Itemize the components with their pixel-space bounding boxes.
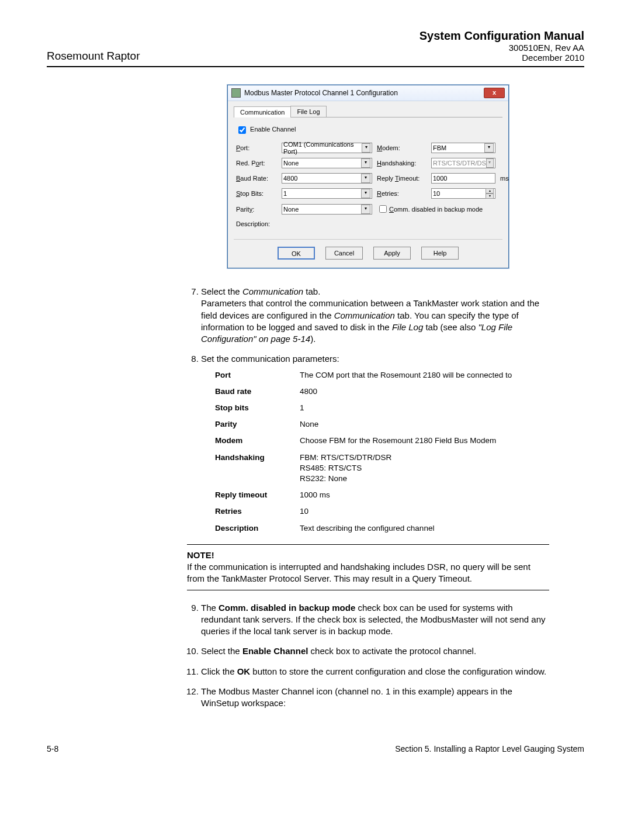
dropdown-icon: ▾ (484, 143, 494, 153)
product-name: Rosemount Raptor (47, 50, 140, 63)
param-row: ModemChoose FBM for the Rosemount 2180 F… (215, 435, 549, 446)
help-button[interactable]: Help (421, 247, 459, 260)
redport-select[interactable]: None▾ (282, 158, 372, 168)
retries-label: Retries: (377, 190, 427, 197)
ms-label: ms (500, 175, 512, 182)
param-row: Retries10 (215, 506, 549, 517)
close-button[interactable]: x (484, 88, 505, 98)
dropdown-icon: ▾ (361, 158, 370, 168)
retries-spinner[interactable]: 10▴▾ (431, 188, 495, 199)
comm-disabled-label: Comm. disabled in backup mode (389, 206, 483, 213)
enable-channel-checkbox[interactable] (238, 126, 246, 134)
spinner-arrows-icon: ▴▾ (486, 188, 494, 199)
param-row: PortThe COM port that the Rosemount 2180… (215, 370, 549, 381)
note-block: NOTE! If the communication is interrupte… (187, 544, 549, 590)
dialog-button-row: OK Cancel Apply Help (234, 239, 502, 262)
param-key: Baud rate (215, 386, 300, 397)
note-heading: NOTE! (187, 549, 549, 561)
param-value: 1 (300, 403, 549, 413)
parity-select[interactable]: None▾ (282, 204, 372, 215)
dialog-tabs: Communication File Log (234, 106, 502, 117)
port-label: Port: (236, 144, 277, 151)
dropdown-icon: ▾ (361, 205, 370, 214)
apply-button[interactable]: Apply (373, 247, 411, 260)
param-key: Handshaking (215, 452, 300, 485)
baud-select[interactable]: 4800▾ (282, 173, 372, 184)
param-value: None (300, 419, 549, 430)
step-list-2: The Comm. disabled in backup mode check … (187, 602, 549, 710)
tab-file-log[interactable]: File Log (290, 106, 326, 117)
section-title: Section 5. Installing a Raptor Level Gau… (395, 744, 584, 753)
step-10: Select the Enable Channel check box to a… (201, 645, 549, 657)
step-12: The Modbus Master Channel icon (channel … (201, 686, 549, 710)
param-row: Reply timeout1000 ms (215, 490, 549, 500)
page-number: 5-8 (47, 744, 58, 753)
param-key: Reply timeout (215, 490, 300, 500)
baud-label: Baud Rate: (236, 175, 277, 182)
page-header: Rosemount Raptor System Configuration Ma… (47, 29, 584, 67)
dropdown-icon: ▾ (361, 189, 370, 198)
description-label: Description: (236, 220, 270, 227)
param-value: Choose FBM for the Rosemount 2180 Field … (300, 435, 549, 446)
param-value: 10 (300, 506, 549, 517)
doc-date: December 2010 (419, 53, 584, 63)
cancel-button[interactable]: Cancel (325, 247, 363, 260)
step-9: The Comm. disabled in backup mode check … (201, 602, 549, 638)
step-8: Set the communication parameters: PortTh… (201, 353, 549, 534)
dropdown-icon: ▾ (486, 158, 494, 168)
header-right: System Configuration Manual 300510EN, Re… (419, 29, 584, 63)
note-body: If the communication is interrupted and … (187, 561, 549, 585)
modem-label: Modem: (377, 144, 427, 151)
param-row: DescriptionText describing the configure… (215, 523, 549, 534)
param-key: Description (215, 523, 300, 534)
param-key: Retries (215, 506, 300, 517)
handshaking-label: Handshaking: (377, 160, 427, 167)
redport-label: Red. Port: (236, 160, 277, 167)
dropdown-icon: ▾ (361, 174, 370, 183)
param-row: ParityNone (215, 419, 549, 430)
step-list: Select the Communication tab. Parameters… (187, 286, 549, 534)
enable-channel-label: Enable Channel (250, 126, 296, 133)
page-footer: 5-8 Section 5. Installing a Raptor Level… (47, 744, 584, 753)
stopbits-select[interactable]: 1▾ (282, 188, 372, 199)
param-key: Modem (215, 435, 300, 446)
param-row: Baud rate4800 (215, 386, 549, 397)
param-value: 4800 (300, 386, 549, 397)
parity-label: Parity: (236, 206, 277, 213)
param-key: Stop bits (215, 403, 300, 413)
handshaking-select[interactable]: RTS/CTS/DTR/DS▾ (431, 158, 495, 168)
param-row: Stop bits1 (215, 403, 549, 413)
config-dialog: Modbus Master Protocol Channel 1 Configu… (227, 85, 509, 268)
step-11: Click the OK button to store the current… (201, 666, 549, 677)
step-7: Select the Communication tab. Parameters… (201, 286, 549, 345)
doc-number: 300510EN, Rev AA (419, 43, 584, 53)
param-value: FBM: RTS/CTS/DTR/DSR RS485: RTS/CTS RS23… (300, 452, 549, 485)
manual-title: System Configuration Manual (419, 29, 584, 43)
dialog-icon (231, 88, 241, 98)
comm-disabled-checkbox[interactable] (379, 205, 387, 213)
param-key: Port (215, 370, 300, 381)
replytimeout-input[interactable]: 1000 (431, 173, 495, 184)
modem-select[interactable]: FBM▾ (431, 143, 495, 153)
param-value: The COM port that the Rosemount 2180 wil… (300, 370, 549, 381)
dropdown-icon: ▾ (362, 143, 370, 153)
tab-communication[interactable]: Communication (234, 106, 291, 117)
port-select[interactable]: COM1 (Communications Port)▾ (282, 143, 372, 153)
param-value: 1000 ms (300, 490, 549, 500)
ok-button[interactable]: OK (278, 247, 315, 260)
param-key: Parity (215, 419, 300, 430)
param-row: HandshakingFBM: RTS/CTS/DTR/DSR RS485: R… (215, 452, 549, 485)
params-table: PortThe COM port that the Rosemount 2180… (215, 370, 549, 534)
param-value: Text describing the configured channel (300, 523, 549, 534)
dialog-titlebar: Modbus Master Protocol Channel 1 Configu… (228, 85, 508, 101)
dialog-title: Modbus Master Protocol Channel 1 Configu… (244, 89, 484, 97)
replytimeout-label: Reply Timeout: (377, 175, 427, 182)
stopbits-label: Stop Bits: (236, 190, 277, 197)
